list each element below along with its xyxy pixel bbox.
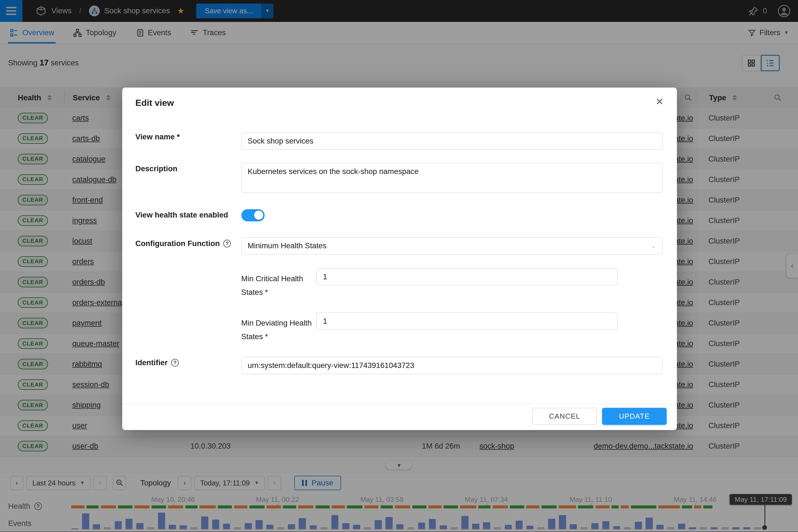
edit-view-modal: Edit view ✕ Sock shop services View name… [122,88,677,430]
min-deviating-label: Min Deviating Health States * [241,316,312,344]
identifier-input[interactable]: urn:system:default:query-view:1174391610… [241,357,663,374]
description-textarea[interactable]: Kubernetes services on the sock-shop nam… [241,163,663,193]
view-name-label: View name * [135,132,180,141]
configuration-function-select[interactable]: Minimum Health States ⌄ [241,237,663,254]
health-state-toggle[interactable] [241,209,265,222]
configuration-function-label: Configuration Function ? [135,239,231,248]
min-deviating-input[interactable]: 1 [317,312,618,330]
health-state-label: View health state enabled [135,211,228,220]
description-label: Description [135,164,177,173]
view-name-input[interactable]: Sock shop services [241,132,663,150]
min-critical-label: Min Critical Health States * [241,272,312,299]
app-root: Views / Sock shop services ★ Save view a… [0,0,798,532]
close-icon[interactable]: ✕ [656,96,664,107]
identifier-label: Identifier ? [135,358,179,367]
update-button[interactable]: UPDATE [602,408,667,425]
identifier-help-icon[interactable]: ? [171,359,179,366]
cancel-button[interactable]: CANCEL [532,408,597,425]
configuration-function-help-icon[interactable]: ? [223,240,231,247]
chevron-down-icon: ⌄ [651,242,656,250]
modal-title: Edit view [135,98,174,108]
modal-footer: CANCEL UPDATE [122,404,677,430]
min-critical-input[interactable]: 1 [317,268,618,285]
